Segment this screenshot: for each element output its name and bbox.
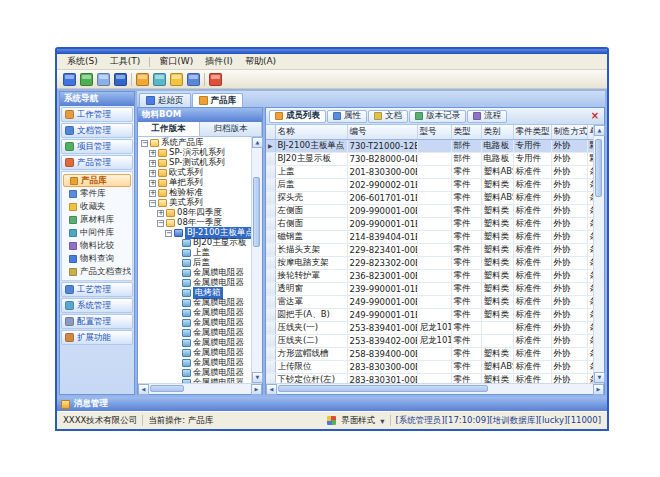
column-header[interactable]: 名称: [275, 125, 347, 139]
sidebar-item-5[interactable]: 物料比较: [63, 239, 131, 252]
sidebar-section-4[interactable]: 工艺管理: [61, 282, 133, 297]
column-header[interactable]: 制造方式: [551, 125, 587, 139]
scroll-up-icon[interactable]: [252, 137, 263, 148]
column-header[interactable]: 类别: [481, 125, 513, 139]
menu-window[interactable]: 窗口(W): [153, 54, 199, 69]
detail-tab-0[interactable]: 成员列表: [269, 110, 326, 123]
plus-expander-icon[interactable]: +: [149, 180, 156, 187]
sidebar-item-6[interactable]: 物料查询: [63, 252, 131, 265]
minus-expander-icon[interactable]: −: [165, 230, 172, 237]
plus-expander-icon[interactable]: +: [149, 160, 156, 167]
table-row[interactable]: 接轮转护罩236-823001-00E零件塑料类标准件外协条: [266, 269, 593, 282]
toolbar-back-icon[interactable]: [80, 73, 93, 86]
detail-tab-2[interactable]: 文档: [368, 110, 408, 123]
table-row[interactable]: 左侧面209-990001-00E零件塑料类标准件外协条: [266, 204, 593, 217]
close-icon[interactable]: [589, 110, 601, 122]
table-row[interactable]: 按摩电踏支架229-823302-00E零件塑料类标准件外协条: [266, 256, 593, 269]
scroll-up-icon[interactable]: [594, 125, 605, 136]
column-header[interactable]: 零件类型: [513, 125, 551, 139]
table-row[interactable]: 右侧面209-990001-01E零件塑料类标准件外协条: [266, 217, 593, 230]
scroll-left-icon[interactable]: [138, 384, 149, 395]
table-row[interactable]: 长描头支架229-823401-00E零件塑料类标准件外协条: [266, 243, 593, 256]
bom-version-tab-1[interactable]: 归档版本: [200, 122, 262, 136]
table-row[interactable]: 方形蓝帽线槽258-839400-00E零件塑料类标准件外协条: [266, 347, 593, 360]
menu-plugins[interactable]: 插件(I): [199, 54, 239, 69]
table-row[interactable]: 压线夹(二)253-839402-00E尼龙1010零件标准件外协条: [266, 334, 593, 347]
message-panel-header[interactable]: 消息管理: [57, 397, 607, 411]
scroll-left-icon[interactable]: [266, 384, 277, 395]
detail-tab-1[interactable]: 属性: [327, 110, 367, 123]
sidebar-section-2[interactable]: 项目管理: [61, 139, 133, 154]
scrollbar-thumb[interactable]: [150, 385, 184, 392]
sidebar-section-0[interactable]: 工作管理: [61, 107, 133, 122]
scrollbar-track[interactable]: [252, 148, 262, 372]
table-row[interactable]: BJ20主显示板730-B28000-04E部件电路板专用件外协颗: [266, 152, 593, 165]
sidebar-section-6[interactable]: 配置管理: [61, 314, 133, 329]
scroll-right-icon[interactable]: [593, 384, 604, 395]
sidebar-section-3[interactable]: 产品管理: [61, 155, 133, 170]
sidebar-item-1[interactable]: 零件库: [63, 187, 131, 200]
sidebar-section-1[interactable]: 文档管理: [61, 123, 133, 138]
table-row[interactable]: 磁钢盖214-839404-01E零件塑料类标准件外协条: [266, 230, 593, 243]
column-header[interactable]: 编号: [347, 125, 417, 139]
table-row[interactable]: 雷达罩249-990001-00E零件塑料类标准件外协条: [266, 295, 593, 308]
table-row[interactable]: 透明窗239-990001-01E零件塑料类标准件外协条: [266, 282, 593, 295]
toolbar-home-icon[interactable]: [63, 73, 76, 86]
menu-help[interactable]: 帮助(A): [239, 54, 282, 69]
plus-expander-icon[interactable]: +: [149, 150, 156, 157]
sidebar-item-7[interactable]: 产品文档查找: [63, 265, 131, 278]
tree-vertical-scrollbar[interactable]: [251, 137, 262, 383]
toolbar-forward-icon[interactable]: [97, 73, 110, 86]
table-row[interactable]: 探头壳206-601701-01E零件塑料ABS标准件外协条: [266, 191, 593, 204]
tree-horizontal-scrollbar[interactable]: [138, 383, 262, 394]
column-header[interactable]: 类型: [451, 125, 481, 139]
tab-0[interactable]: 起始页: [139, 93, 191, 107]
table-row[interactable]: 下钞定位杆(左)283-830301-00E零件塑料类标准件外协条: [266, 373, 593, 383]
plus-expander-icon[interactable]: +: [157, 210, 164, 217]
chevron-down-icon[interactable]: [380, 416, 384, 426]
table-row[interactable]: 上盖201-830300-00E零件塑料ABS标准件外协条: [266, 165, 593, 178]
sidebar-item-4[interactable]: 中间件库: [63, 226, 131, 239]
scrollbar-track[interactable]: [594, 136, 604, 372]
cell: 塑料类: [481, 217, 513, 230]
menu-tools[interactable]: 工具(T): [104, 54, 147, 69]
minus-expander-icon[interactable]: −: [141, 140, 148, 147]
sidebar-item-2[interactable]: 收藏夹: [63, 200, 131, 213]
detail-tab-3[interactable]: 版本记录: [409, 110, 466, 123]
scroll-right-icon[interactable]: [251, 384, 262, 395]
toolbar-exit-icon[interactable]: [209, 73, 222, 86]
sidebar-item-3[interactable]: 原材料库: [63, 213, 131, 226]
scrollbar-track[interactable]: [149, 384, 251, 394]
scrollbar-thumb[interactable]: [595, 139, 602, 197]
table-vertical-scrollbar[interactable]: [593, 125, 604, 383]
sidebar-section-7[interactable]: 扩展功能: [61, 330, 133, 345]
toolbar-help-icon[interactable]: [187, 73, 200, 86]
toolbar-settings-icon[interactable]: [153, 73, 166, 86]
bom-version-tab-0[interactable]: 工作版本: [138, 122, 200, 136]
toolbar-message-icon[interactable]: [170, 73, 183, 86]
minus-expander-icon[interactable]: −: [149, 200, 156, 207]
sidebar-section-5[interactable]: 系统管理: [61, 298, 133, 313]
detail-tab-4[interactable]: 流程: [467, 110, 507, 123]
menu-system[interactable]: 系统(S): [61, 54, 104, 69]
plus-expander-icon[interactable]: +: [149, 170, 156, 177]
column-header[interactable]: 型号: [417, 125, 451, 139]
table-row[interactable]: 压线夹(一)253-839401-00E尼龙1010零件标准件外协条: [266, 321, 593, 334]
table-row[interactable]: ▶BJ-2100主板单点730-T21000-12E部件电路板专用件外协颗: [266, 139, 593, 152]
toolbar-search-icon[interactable]: [136, 73, 149, 86]
table-horizontal-scrollbar[interactable]: [266, 383, 604, 394]
scrollbar-track[interactable]: [277, 384, 593, 394]
sidebar-item-0[interactable]: 产品库: [63, 174, 131, 187]
scroll-down-icon[interactable]: [594, 372, 605, 383]
scroll-down-icon[interactable]: [252, 372, 263, 383]
table-row[interactable]: 上传限位283-830300-00E零件塑料ABS标准件外协条: [266, 360, 593, 373]
ui-style-selector[interactable]: 界面样式: [341, 415, 375, 427]
scrollbar-thumb[interactable]: [278, 385, 488, 392]
plus-expander-icon[interactable]: +: [149, 190, 156, 197]
table-row[interactable]: 后盖202-990002-01E零件塑料类标准件外协条: [266, 178, 593, 191]
toolbar-save-icon[interactable]: [114, 73, 127, 86]
table-row[interactable]: 圆把手(A、B)249-990001-01E零件塑料类标准件外协条: [266, 308, 593, 321]
minus-expander-icon[interactable]: −: [157, 220, 164, 227]
scrollbar-thumb[interactable]: [253, 177, 260, 247]
tab-1[interactable]: 产品库: [192, 93, 244, 107]
